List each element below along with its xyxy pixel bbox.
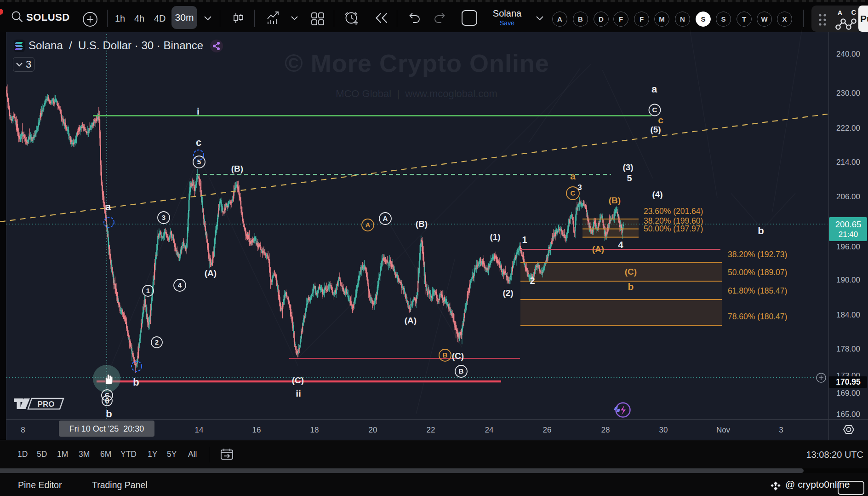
- svg-text:3: 3: [779, 426, 783, 434]
- svg-text:(C): (C): [625, 267, 637, 277]
- svg-text:170.95: 170.95: [836, 377, 861, 386]
- svg-text:a: a: [651, 83, 657, 95]
- svg-text:2: 2: [155, 338, 159, 346]
- svg-text:165.00: 165.00: [836, 410, 860, 419]
- svg-text:22: 22: [427, 426, 435, 434]
- svg-text:b: b: [628, 281, 634, 292]
- svg-text:200.65: 200.65: [835, 219, 862, 229]
- svg-text:2: 2: [530, 276, 535, 286]
- svg-text:© More Crypto Online: © More Crypto Online: [285, 49, 549, 77]
- svg-text:i: i: [197, 106, 200, 116]
- svg-text:50.00% (189.07): 50.00% (189.07): [728, 268, 787, 277]
- svg-text:1: 1: [146, 287, 150, 294]
- svg-text:16: 16: [252, 426, 261, 434]
- svg-text:4: 4: [178, 281, 182, 289]
- svg-text:(B): (B): [231, 164, 243, 173]
- svg-text:A: A: [383, 214, 388, 222]
- svg-text:(5): (5): [650, 125, 661, 134]
- svg-text:5: 5: [627, 173, 632, 183]
- svg-text:Fri 10 Oct '25 20:30: Fri 10 Oct '25 20:30: [69, 424, 144, 433]
- svg-text:(3): (3): [622, 162, 633, 172]
- svg-text:78.60% (180.47): 78.60% (180.47): [728, 312, 787, 321]
- svg-text:a: a: [570, 171, 576, 181]
- svg-text:A: A: [365, 221, 371, 229]
- svg-text:4: 4: [618, 240, 623, 250]
- svg-text:3: 3: [162, 213, 166, 221]
- svg-text:206.00: 206.00: [836, 192, 860, 201]
- svg-text:28: 28: [601, 426, 610, 434]
- svg-text:1: 1: [522, 235, 527, 245]
- svg-text:30: 30: [659, 426, 668, 434]
- svg-text:C: C: [652, 106, 657, 114]
- svg-text:26: 26: [543, 426, 552, 434]
- svg-text:(C): (C): [292, 375, 304, 385]
- svg-text:ii: ii: [296, 388, 301, 398]
- svg-text:50.00% (197.97): 50.00% (197.97): [644, 224, 703, 233]
- svg-text:190.00: 190.00: [836, 276, 860, 284]
- svg-text:C: C: [105, 392, 109, 399]
- svg-text:169.00: 169.00: [836, 389, 860, 398]
- svg-text:b: b: [133, 376, 139, 388]
- svg-text:21:40: 21:40: [839, 230, 858, 239]
- svg-text:(B): (B): [416, 219, 428, 229]
- svg-text:61.80% (185.47): 61.80% (185.47): [728, 286, 787, 295]
- svg-text:18: 18: [310, 426, 319, 434]
- svg-text:23.60% (201.64): 23.60% (201.64): [644, 207, 703, 216]
- svg-text:3: 3: [577, 183, 582, 192]
- svg-text:196.00: 196.00: [836, 242, 860, 251]
- svg-text:(A): (A): [592, 244, 604, 254]
- svg-text:c: c: [196, 137, 201, 148]
- svg-text:B: B: [459, 367, 464, 375]
- svg-text:214.00: 214.00: [836, 158, 860, 167]
- svg-text:b: b: [758, 225, 764, 236]
- svg-text:a: a: [105, 201, 111, 213]
- svg-text:240.00: 240.00: [836, 50, 860, 58]
- svg-text:(1): (1): [490, 232, 500, 242]
- svg-text:14: 14: [195, 426, 204, 434]
- svg-text:38.20% (192.73): 38.20% (192.73): [728, 250, 787, 259]
- svg-text:230.00: 230.00: [836, 89, 860, 98]
- svg-text:222.00: 222.00: [836, 124, 860, 133]
- svg-text:5: 5: [197, 158, 201, 166]
- svg-text:PRO: PRO: [38, 400, 55, 409]
- svg-text:c: c: [658, 115, 663, 125]
- svg-text:8: 8: [21, 426, 25, 434]
- svg-text:(A): (A): [205, 268, 217, 278]
- svg-text:MCO Global | www.mcoglobal.c: MCO Global | www.mcoglobal.com: [336, 88, 497, 99]
- svg-text:b: b: [106, 408, 112, 420]
- svg-text:(4): (4): [652, 190, 662, 199]
- svg-text:(C): (C): [452, 351, 464, 361]
- svg-text:(A): (A): [405, 316, 417, 325]
- svg-text:178.00: 178.00: [836, 345, 860, 353]
- svg-text:20: 20: [369, 426, 377, 434]
- svg-text:184.00: 184.00: [836, 311, 860, 319]
- svg-text:Nov: Nov: [716, 426, 731, 434]
- svg-text:24: 24: [485, 426, 494, 434]
- svg-text:(2): (2): [503, 288, 513, 298]
- svg-text:B: B: [443, 351, 448, 359]
- svg-text:(B): (B): [609, 196, 621, 205]
- svg-text:C: C: [571, 189, 576, 197]
